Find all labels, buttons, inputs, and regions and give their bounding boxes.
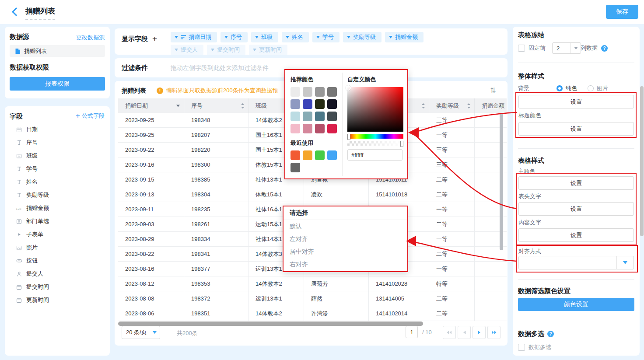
field-item-submit-time[interactable]: 提交时间 [5,280,110,294]
field-item-date[interactable]: 日期 [5,123,110,136]
content-text-setting-button[interactable]: 设置 [518,228,634,242]
gradient-cursor-icon[interactable] [346,85,351,91]
first-page-button[interactable] [443,326,456,339]
sort-arrows-icon[interactable] [421,103,425,109]
filter-triangle-icon[interactable] [176,104,180,108]
table-vertical-scrollbar[interactable] [500,113,503,250]
field-item-award-level[interactable]: 奖励等级 [5,189,110,202]
color-swatch[interactable] [315,150,325,160]
menu-item[interactable]: 默认 [284,220,407,233]
color-swatch[interactable] [303,112,312,121]
color-swatch[interactable] [327,124,337,133]
background-setting-button[interactable]: 设置 [518,95,634,108]
freeze-checkbox[interactable] [518,45,525,52]
color-swatch[interactable] [315,99,325,109]
display-field-chip[interactable]: 更新时间 [249,45,287,55]
hex-color-input[interactable] [347,149,402,161]
display-field-chip[interactable]: 班级 [251,32,278,42]
color-swatch[interactable] [303,150,312,160]
field-item-donation-amount[interactable]: 123捐赠金额 [5,202,110,215]
field-item-submitter[interactable]: 提交人 [5,267,110,280]
column-header[interactable]: 序号 [184,98,248,113]
alpha-slider[interactable] [347,141,403,146]
table-row[interactable]: 2023-08-0619835114体教本2许湾漫1414102014二等 [118,306,507,321]
align-select[interactable] [518,256,634,269]
report-permission-button[interactable]: 报表权限 [10,77,105,91]
column-header[interactable]: 捐赠金额 [475,98,507,113]
change-datasource-link[interactable]: 更改数据源 [76,34,105,42]
display-field-chip[interactable]: 捐赠金额 [385,32,424,42]
formula-field-link[interactable]: + 公式字段 [76,112,105,120]
add-field-icon[interactable]: + [152,34,157,44]
table-row[interactable]: 2023-09-13198304体教15本1凌欢1514101018二等 [118,187,507,202]
image-radio[interactable] [588,85,594,91]
alpha-slider-thumb[interactable] [400,141,403,147]
title-color-setting-button[interactable]: 设置 [518,122,634,136]
menu-item[interactable]: 居中对齐 [284,245,407,258]
display-field-chip[interactable]: 捐赠日期 [171,32,217,42]
color-swatch[interactable] [327,150,337,160]
column-header[interactable]: 捐赠日期 [118,98,184,113]
display-field-chip[interactable]: 姓名 [282,32,309,42]
column-header[interactable]: 奖励等级 [429,98,475,113]
color-swatch[interactable] [290,163,300,172]
color-swatch[interactable] [315,124,325,133]
display-field-chip[interactable]: 序号 [220,32,248,42]
color-swatch[interactable] [303,124,312,133]
color-swatch[interactable] [315,112,325,121]
color-swatch[interactable] [315,87,325,97]
color-setting-button[interactable]: 颜色设置 [518,298,634,311]
theme-color-setting-button[interactable]: 设置 [518,176,634,190]
display-field-chip[interactable]: 学号 [312,32,340,42]
field-item-department-select[interactable]: 部门单选 [5,215,110,228]
color-swatch[interactable] [327,99,337,109]
color-swatch[interactable] [327,112,337,121]
menu-item[interactable]: 左对齐 [284,233,407,245]
table-row[interactable]: 2023-08-1219835314体教本2唐菊芳1414102028特等 [118,276,507,291]
menu-item[interactable]: 右对齐 [284,258,407,271]
sort-arrows-icon[interactable] [467,103,471,109]
panel-scrollbar[interactable] [640,86,644,236]
color-swatch[interactable] [290,112,300,121]
color-swatch[interactable] [303,87,312,97]
hue-slider-thumb[interactable] [347,134,350,140]
freeze-count-select[interactable]: 2 [552,42,581,54]
color-swatch[interactable] [290,99,300,109]
sort-order-icon[interactable]: ⇅ [490,86,496,94]
field-item-student-id[interactable]: 学号 [5,162,110,175]
last-page-button[interactable] [487,326,500,339]
table-horizontal-scrollbar[interactable] [118,322,423,326]
field-item-class[interactable]: 班级 [5,149,110,162]
field-item-update-time[interactable]: 更新时间 [5,294,110,307]
filter-dropzone[interactable]: 拖动左侧字段到此处来添加过滤条件 [171,64,269,72]
saturation-gradient[interactable] [347,87,403,132]
datasource-item[interactable]: 捐赠列表 [10,45,105,57]
prev-page-button[interactable] [458,326,471,339]
field-item-subform[interactable]: 子表单 [5,228,110,241]
header-text-setting-button[interactable]: 设置 [518,202,634,216]
sort-arrows-icon[interactable] [241,103,245,109]
field-item-serial[interactable]: 序号 [5,136,110,149]
table-row[interactable]: 2023-08-08198372运训13本1薛然131414005二等 [118,291,507,306]
color-swatch[interactable] [327,87,337,97]
help-icon[interactable]: ? [547,331,554,337]
save-button[interactable]: 保存 [606,5,638,19]
field-item-name[interactable]: 姓名 [5,175,110,189]
multi-select-checkbox[interactable] [518,344,525,351]
display-field-chip[interactable]: 提交人 [171,45,203,55]
back-icon[interactable] [12,7,21,16]
help-icon[interactable]: ? [601,45,608,52]
color-swatch[interactable] [290,124,300,133]
field-item-button[interactable]: 按钮 [5,254,110,267]
display-field-chip[interactable]: 奖励等级 [343,32,382,42]
solid-color-radio[interactable] [556,85,563,91]
field-item-photo[interactable]: 照片 [5,241,110,254]
color-swatch[interactable] [303,99,312,109]
page-number-input[interactable] [406,326,418,338]
color-swatch[interactable] [290,87,300,97]
display-field-chip[interactable]: 提交时间 [207,45,245,55]
color-swatch[interactable] [290,150,300,160]
hue-slider[interactable] [347,134,403,139]
page-size-select[interactable]: 20 条/页 [122,326,160,339]
next-page-button[interactable] [472,326,486,339]
